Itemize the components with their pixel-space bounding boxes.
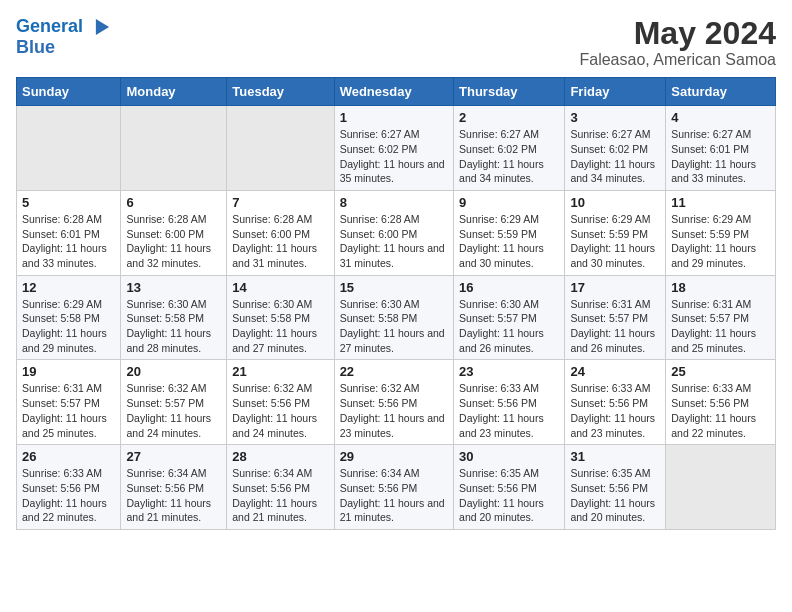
day-number: 31 (570, 449, 660, 464)
day-number: 6 (126, 195, 221, 210)
day-number: 1 (340, 110, 448, 125)
calendar-cell: 31Sunrise: 6:35 AMSunset: 5:56 PMDayligh… (565, 445, 666, 530)
calendar-cell: 9Sunrise: 6:29 AMSunset: 5:59 PMDaylight… (454, 190, 565, 275)
day-info: Sunrise: 6:28 AMSunset: 6:00 PMDaylight:… (340, 212, 448, 271)
calendar-cell: 12Sunrise: 6:29 AMSunset: 5:58 PMDayligh… (17, 275, 121, 360)
day-number: 15 (340, 280, 448, 295)
day-number: 14 (232, 280, 328, 295)
calendar-cell: 14Sunrise: 6:30 AMSunset: 5:58 PMDayligh… (227, 275, 334, 360)
calendar-cell: 2Sunrise: 6:27 AMSunset: 6:02 PMDaylight… (454, 106, 565, 191)
day-info: Sunrise: 6:30 AMSunset: 5:58 PMDaylight:… (232, 297, 328, 356)
day-number: 25 (671, 364, 770, 379)
calendar-cell: 26Sunrise: 6:33 AMSunset: 5:56 PMDayligh… (17, 445, 121, 530)
calendar-cell: 25Sunrise: 6:33 AMSunset: 5:56 PMDayligh… (666, 360, 776, 445)
calendar-cell: 10Sunrise: 6:29 AMSunset: 5:59 PMDayligh… (565, 190, 666, 275)
calendar-cell: 4Sunrise: 6:27 AMSunset: 6:01 PMDaylight… (666, 106, 776, 191)
day-number: 11 (671, 195, 770, 210)
calendar-cell: 15Sunrise: 6:30 AMSunset: 5:58 PMDayligh… (334, 275, 453, 360)
calendar-body: 1Sunrise: 6:27 AMSunset: 6:02 PMDaylight… (17, 106, 776, 530)
day-number: 5 (22, 195, 115, 210)
day-number: 21 (232, 364, 328, 379)
day-info: Sunrise: 6:27 AMSunset: 6:01 PMDaylight:… (671, 127, 770, 186)
day-number: 17 (570, 280, 660, 295)
day-number: 20 (126, 364, 221, 379)
calendar-table: SundayMondayTuesdayWednesdayThursdayFrid… (16, 77, 776, 530)
day-info: Sunrise: 6:31 AMSunset: 5:57 PMDaylight:… (570, 297, 660, 356)
day-number: 3 (570, 110, 660, 125)
calendar-week-5: 26Sunrise: 6:33 AMSunset: 5:56 PMDayligh… (17, 445, 776, 530)
day-number: 13 (126, 280, 221, 295)
day-number: 7 (232, 195, 328, 210)
logo-text2: Blue (16, 38, 112, 58)
day-info: Sunrise: 6:34 AMSunset: 5:56 PMDaylight:… (340, 466, 448, 525)
calendar-cell: 17Sunrise: 6:31 AMSunset: 5:57 PMDayligh… (565, 275, 666, 360)
day-info: Sunrise: 6:32 AMSunset: 5:56 PMDaylight:… (232, 381, 328, 440)
day-header-tuesday: Tuesday (227, 78, 334, 106)
calendar-cell: 30Sunrise: 6:35 AMSunset: 5:56 PMDayligh… (454, 445, 565, 530)
calendar-cell: 23Sunrise: 6:33 AMSunset: 5:56 PMDayligh… (454, 360, 565, 445)
calendar-cell: 16Sunrise: 6:30 AMSunset: 5:57 PMDayligh… (454, 275, 565, 360)
calendar-cell (666, 445, 776, 530)
day-info: Sunrise: 6:27 AMSunset: 6:02 PMDaylight:… (570, 127, 660, 186)
day-info: Sunrise: 6:31 AMSunset: 5:57 PMDaylight:… (22, 381, 115, 440)
day-number: 26 (22, 449, 115, 464)
calendar-cell: 7Sunrise: 6:28 AMSunset: 6:00 PMDaylight… (227, 190, 334, 275)
day-number: 24 (570, 364, 660, 379)
calendar-cell (17, 106, 121, 191)
day-info: Sunrise: 6:34 AMSunset: 5:56 PMDaylight:… (126, 466, 221, 525)
day-header-thursday: Thursday (454, 78, 565, 106)
calendar-cell: 21Sunrise: 6:32 AMSunset: 5:56 PMDayligh… (227, 360, 334, 445)
day-info: Sunrise: 6:30 AMSunset: 5:58 PMDaylight:… (340, 297, 448, 356)
day-number: 27 (126, 449, 221, 464)
svg-marker-0 (96, 19, 109, 35)
day-number: 8 (340, 195, 448, 210)
calendar-cell: 29Sunrise: 6:34 AMSunset: 5:56 PMDayligh… (334, 445, 453, 530)
day-number: 9 (459, 195, 559, 210)
calendar-cell: 3Sunrise: 6:27 AMSunset: 6:02 PMDaylight… (565, 106, 666, 191)
calendar-cell: 27Sunrise: 6:34 AMSunset: 5:56 PMDayligh… (121, 445, 227, 530)
calendar-cell: 24Sunrise: 6:33 AMSunset: 5:56 PMDayligh… (565, 360, 666, 445)
day-info: Sunrise: 6:29 AMSunset: 5:58 PMDaylight:… (22, 297, 115, 356)
day-number: 10 (570, 195, 660, 210)
day-info: Sunrise: 6:35 AMSunset: 5:56 PMDaylight:… (459, 466, 559, 525)
calendar-cell: 6Sunrise: 6:28 AMSunset: 6:00 PMDaylight… (121, 190, 227, 275)
day-info: Sunrise: 6:29 AMSunset: 5:59 PMDaylight:… (671, 212, 770, 271)
subtitle: Faleasao, American Samoa (579, 51, 776, 69)
day-header-sunday: Sunday (17, 78, 121, 106)
day-info: Sunrise: 6:27 AMSunset: 6:02 PMDaylight:… (459, 127, 559, 186)
calendar-header-row: SundayMondayTuesdayWednesdayThursdayFrid… (17, 78, 776, 106)
day-number: 2 (459, 110, 559, 125)
day-header-wednesday: Wednesday (334, 78, 453, 106)
title-block: May 2024 Faleasao, American Samoa (579, 16, 776, 69)
calendar-cell (227, 106, 334, 191)
calendar-cell: 20Sunrise: 6:32 AMSunset: 5:57 PMDayligh… (121, 360, 227, 445)
day-number: 30 (459, 449, 559, 464)
calendar-week-2: 5Sunrise: 6:28 AMSunset: 6:01 PMDaylight… (17, 190, 776, 275)
calendar-cell: 11Sunrise: 6:29 AMSunset: 5:59 PMDayligh… (666, 190, 776, 275)
day-info: Sunrise: 6:31 AMSunset: 5:57 PMDaylight:… (671, 297, 770, 356)
main-title: May 2024 (579, 16, 776, 51)
day-number: 29 (340, 449, 448, 464)
page-header: General Blue May 2024 Faleasao, American… (16, 16, 776, 69)
calendar-cell: 28Sunrise: 6:34 AMSunset: 5:56 PMDayligh… (227, 445, 334, 530)
day-info: Sunrise: 6:33 AMSunset: 5:56 PMDaylight:… (671, 381, 770, 440)
day-info: Sunrise: 6:27 AMSunset: 6:02 PMDaylight:… (340, 127, 448, 186)
calendar-cell: 8Sunrise: 6:28 AMSunset: 6:00 PMDaylight… (334, 190, 453, 275)
day-info: Sunrise: 6:32 AMSunset: 5:57 PMDaylight:… (126, 381, 221, 440)
day-info: Sunrise: 6:28 AMSunset: 6:00 PMDaylight:… (126, 212, 221, 271)
day-info: Sunrise: 6:28 AMSunset: 6:00 PMDaylight:… (232, 212, 328, 271)
day-number: 28 (232, 449, 328, 464)
day-info: Sunrise: 6:33 AMSunset: 5:56 PMDaylight:… (22, 466, 115, 525)
day-header-friday: Friday (565, 78, 666, 106)
day-info: Sunrise: 6:29 AMSunset: 5:59 PMDaylight:… (570, 212, 660, 271)
calendar-cell: 1Sunrise: 6:27 AMSunset: 6:02 PMDaylight… (334, 106, 453, 191)
calendar-cell (121, 106, 227, 191)
calendar-cell: 5Sunrise: 6:28 AMSunset: 6:01 PMDaylight… (17, 190, 121, 275)
day-number: 18 (671, 280, 770, 295)
day-info: Sunrise: 6:34 AMSunset: 5:56 PMDaylight:… (232, 466, 328, 525)
day-info: Sunrise: 6:33 AMSunset: 5:56 PMDaylight:… (570, 381, 660, 440)
day-header-saturday: Saturday (666, 78, 776, 106)
day-info: Sunrise: 6:33 AMSunset: 5:56 PMDaylight:… (459, 381, 559, 440)
day-number: 16 (459, 280, 559, 295)
calendar-cell: 22Sunrise: 6:32 AMSunset: 5:56 PMDayligh… (334, 360, 453, 445)
